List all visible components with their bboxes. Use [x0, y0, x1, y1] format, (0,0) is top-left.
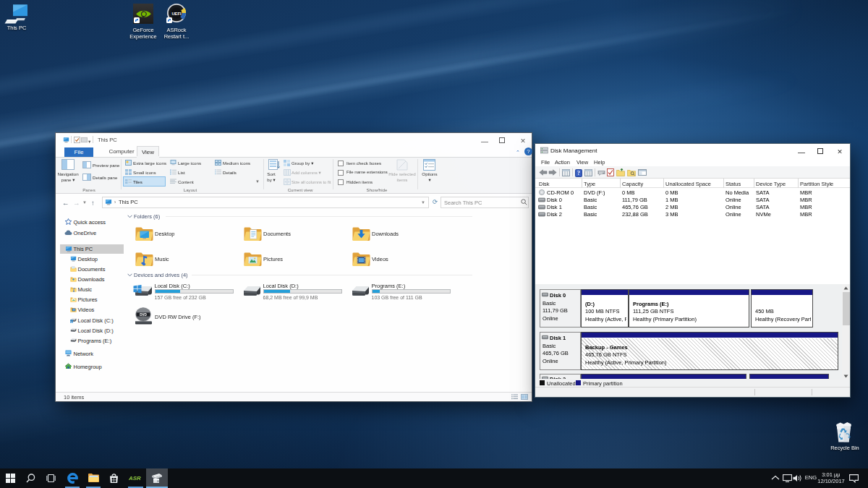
svg-text:DVD: DVD	[140, 313, 147, 317]
svg-text:UEFI: UEFI	[171, 12, 182, 16]
svg-text:?: ?	[577, 170, 580, 176]
